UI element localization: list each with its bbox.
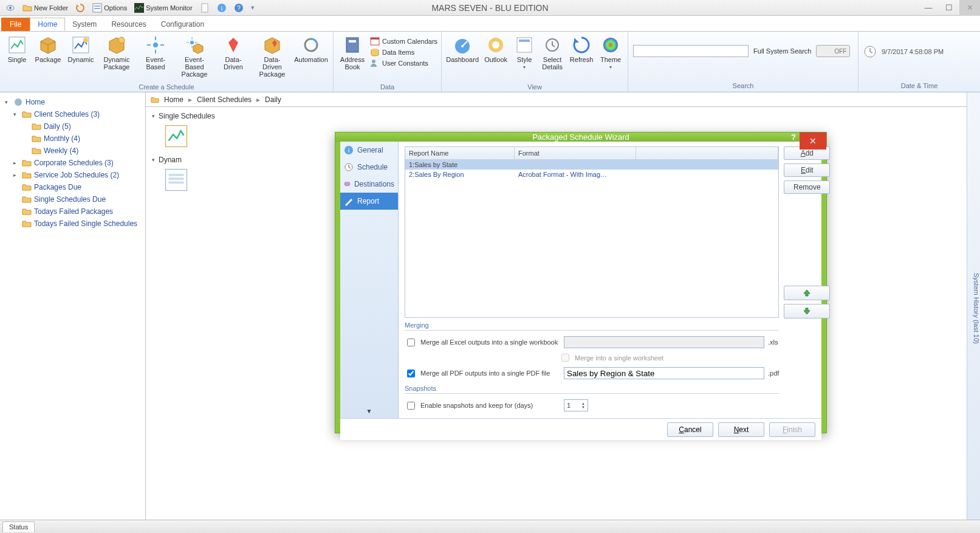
dashboard-button[interactable]: Dashboard [445, 34, 479, 82]
svg-point-41 [15, 98, 22, 106]
maximize-button[interactable]: ☐ [939, 0, 959, 16]
single-button[interactable]: Single [4, 34, 30, 82]
col-report-name[interactable]: Report Name [405, 147, 515, 159]
package-button[interactable]: Package [33, 34, 63, 82]
wizard-nav-dropdown-icon[interactable]: ▼ [340, 408, 398, 414]
snapshot-days-spinner[interactable]: 1▲▼ [564, 399, 588, 411]
data-items-button[interactable]: Data Items [370, 47, 437, 57]
svg-text:i: i [348, 147, 349, 154]
svg-rect-44 [169, 174, 184, 176]
nav-tree: ▾Home ▾Client Schedules (3) Daily (5) Mo… [0, 92, 146, 520]
minimize-button[interactable]: — [918, 0, 939, 16]
nav-single-due[interactable]: Single Schedules Due [2, 193, 143, 205]
system-monitor-button[interactable]: System Monitor [132, 2, 194, 13]
svg-rect-46 [169, 182, 184, 184]
refresh-button[interactable]: Refresh [568, 34, 595, 82]
report-thumbnail-icon[interactable] [164, 124, 188, 148]
close-button[interactable]: ✕ [959, 0, 980, 16]
select-details-button[interactable]: Select Details [539, 34, 566, 82]
crumb-client[interactable]: Client Schedules [197, 95, 252, 104]
new-folder-button[interactable]: New Folder [21, 2, 70, 13]
cancel-button[interactable]: Cancel [667, 422, 713, 437]
nav-failed-packages[interactable]: Todays Failed Packages [2, 205, 143, 218]
group-label-search: Search [633, 81, 853, 89]
merge-pdf-filename[interactable] [564, 367, 764, 379]
tab-system[interactable]: System [65, 18, 104, 31]
move-up-button[interactable] [784, 286, 830, 300]
automation-button[interactable]: Automation [293, 34, 329, 82]
svg-point-14 [118, 37, 125, 43]
outlook-button[interactable]: Outlook [482, 34, 510, 82]
qat-dropdown-icon[interactable]: ▾ [249, 3, 256, 12]
svg-point-39 [603, 38, 618, 52]
nav-packages-due[interactable]: Packages Due [2, 181, 143, 193]
wizard-nav-general[interactable]: iGeneral [340, 142, 398, 159]
quick-access-toolbar: New Folder Options System Monitor i ? ▾ [0, 2, 260, 13]
wizard-nav-destinations[interactable]: Destinations [340, 176, 398, 193]
next-button[interactable]: Next [718, 422, 764, 437]
move-down-button[interactable] [784, 304, 830, 318]
tab-file[interactable]: File [1, 18, 30, 31]
remove-button[interactable]: Remove [784, 181, 830, 194]
svg-rect-26 [346, 38, 358, 52]
theme-button[interactable]: Theme▾ [597, 34, 624, 82]
data-driven-package-button[interactable]: Data-Driven Package [254, 34, 290, 82]
wizard-close-button[interactable]: ✕ [800, 132, 826, 150]
finish-button: Finish [769, 422, 815, 437]
tab-resources[interactable]: Resources [104, 18, 153, 31]
custom-calendars-button[interactable]: Custom Calendars [370, 36, 437, 46]
search-toggle[interactable]: OFF [816, 45, 850, 57]
qat-refresh-icon[interactable] [74, 2, 87, 13]
options-button[interactable]: Options [91, 2, 129, 13]
nav-monthly[interactable]: Monthly (4) [2, 132, 143, 145]
table-row-1[interactable]: 1:Sales by State [405, 160, 778, 170]
wizard-nav-schedule[interactable]: Schedule [340, 159, 398, 176]
nav-weekly[interactable]: Weekly (4) [2, 145, 143, 157]
address-book-button[interactable]: Address Book [337, 34, 368, 82]
nav-service[interactable]: ▸Service Job Schedules (2) [2, 169, 143, 181]
col-format[interactable]: Format [515, 147, 636, 159]
event-based-button[interactable]: Event-Based [137, 34, 174, 82]
ribbon: Single Package Dynamic Dynamic Package E… [0, 32, 980, 92]
window-buttons: — ☐ ✕ [918, 0, 980, 16]
merge-pdf-row: Merge all PDF outputs into a single PDF … [405, 365, 779, 381]
report-thumbnail-icon-2[interactable] [164, 168, 188, 192]
nav-failed-singles[interactable]: Todays Failed Single Schedules [2, 218, 143, 230]
group-label-data: Data [337, 82, 437, 91]
wizard-help-icon[interactable]: ? [791, 132, 796, 142]
nav-home[interactable]: ▾Home [2, 96, 143, 108]
qat-eye-icon[interactable] [4, 2, 17, 13]
table-row-2[interactable]: 2:Sales By Region Acrobat Format - With … [405, 170, 778, 179]
tab-home[interactable]: Home [30, 18, 65, 31]
tab-configuration[interactable]: Configuration [154, 18, 211, 31]
merge-pdf-checkbox[interactable] [407, 370, 415, 377]
user-constants-button[interactable]: User Constants [370, 58, 437, 68]
dynamic-package-button[interactable]: Dynamic Package [98, 34, 135, 82]
svg-point-15 [153, 43, 158, 47]
group-single-schedules[interactable]: ▾Single Schedules [152, 111, 961, 122]
svg-rect-37 [519, 40, 530, 42]
qat-help-icon[interactable]: ? [232, 2, 245, 13]
ribbon-group-datetime: 9/7/2017 4:58:08 PM Date & Time [858, 32, 980, 92]
qat-doc-icon[interactable] [198, 2, 211, 13]
wizard-nav-report[interactable]: Report [340, 193, 398, 210]
dynamic-button[interactable]: Dynamic [66, 34, 96, 82]
status-tab[interactable]: Status [2, 521, 35, 532]
qat-info-icon[interactable]: i [215, 2, 228, 13]
snapshots-checkbox[interactable] [407, 402, 415, 410]
svg-rect-29 [371, 38, 379, 40]
crumb-daily[interactable]: Daily [265, 95, 281, 104]
data-driven-button[interactable]: Data-Driven [215, 34, 252, 82]
edit-button[interactable]: Edit [784, 163, 830, 177]
nav-daily[interactable]: Daily (5) [2, 120, 143, 132]
system-history-panel[interactable]: System History (last 10) [967, 92, 980, 520]
nav-client-schedules[interactable]: ▾Client Schedules (3) [2, 108, 143, 120]
event-based-package-button[interactable]: Event-Based Package [176, 34, 213, 82]
merge-excel-checkbox[interactable] [407, 339, 415, 346]
crumb-home[interactable]: Home [164, 95, 183, 104]
nav-corporate[interactable]: ▸Corporate Schedules (3) [2, 157, 143, 169]
report-table: Report Name Format 1:Sales by State [405, 146, 779, 318]
style-button[interactable]: Style▾ [512, 34, 536, 82]
search-input[interactable] [633, 45, 749, 57]
wizard-footer: Cancel Next Finish [340, 418, 821, 440]
